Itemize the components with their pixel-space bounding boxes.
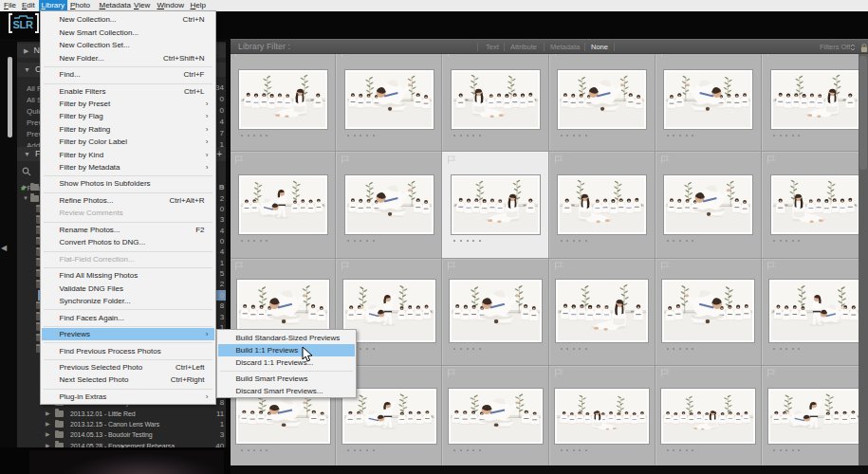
svg-text:SLR: SLR [13, 19, 33, 30]
